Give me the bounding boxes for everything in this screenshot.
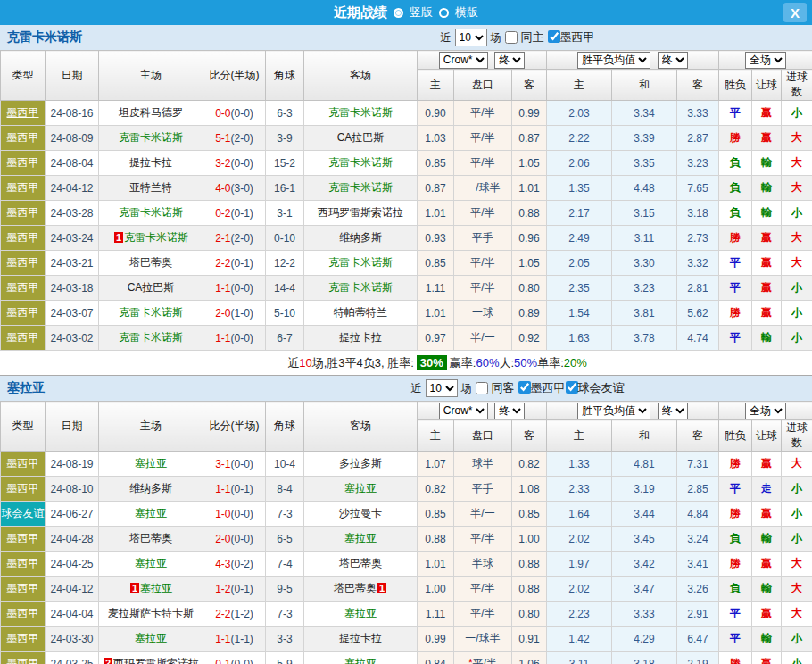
same-away-checkbox[interactable]	[476, 382, 488, 394]
odds-away: 3.24	[677, 527, 719, 552]
europe-final-select[interactable]: 终	[658, 403, 688, 419]
summary-part: 大:	[499, 355, 514, 371]
odds-final-select[interactable]: 终	[494, 403, 525, 419]
col-eur-draw: 和	[612, 420, 677, 452]
corner-cell: 7-3	[266, 502, 304, 527]
europe-group-header: 胜平负均值 终	[547, 51, 719, 70]
league-cell[interactable]: 墨西甲	[1, 477, 46, 502]
home-team-cell: 维纳多斯	[99, 477, 203, 502]
col-date: 日期	[46, 402, 99, 452]
score-cell: 1-1(0-1)	[203, 477, 266, 502]
close-icon[interactable]: X	[783, 3, 807, 22]
date-cell: 24-08-04	[46, 151, 99, 176]
handicap-away-odds: 0.99	[512, 101, 547, 126]
date-cell: 24-08-10	[46, 477, 99, 502]
match-count-select-2[interactable]: 10	[426, 379, 458, 397]
league-cell[interactable]: 墨西甲	[1, 552, 46, 577]
league-cell[interactable]: 墨西甲	[1, 577, 46, 602]
result-goals: 大	[782, 126, 812, 151]
result-handicap: 輸	[752, 201, 782, 226]
summary-part: 20%	[564, 356, 587, 369]
league-filter-label[interactable]: 墨西甲	[531, 381, 566, 394]
league-cell[interactable]: 墨西甲	[1, 276, 46, 301]
odds-home: 2.05	[547, 251, 612, 276]
same-home-label[interactable]: 同主	[521, 29, 544, 46]
handicap-line: 一球	[454, 301, 512, 326]
away-team-table: 类型 日期 主场 比分(半场) 角球 客场 Crow* 终 胜平负均值 终 全场…	[0, 401, 812, 664]
result-outcome: 負	[719, 201, 752, 226]
result-outcome: 負	[719, 577, 752, 602]
date-cell: 24-04-25	[46, 552, 99, 577]
corner-cell: 9-5	[266, 577, 304, 602]
handicap-home-odds: 1.01	[418, 552, 454, 577]
league-cell[interactable]: 球会友谊	[1, 502, 46, 527]
handicap-home-odds: 0.85	[418, 502, 454, 527]
result-handicap: 贏	[752, 276, 782, 301]
odds-away: 3.23	[677, 151, 719, 176]
odds-provider-select[interactable]: Crow*	[439, 52, 488, 69]
odds-draw: 3.34	[612, 101, 677, 126]
odds-draw: 3.47	[612, 577, 677, 602]
handicap-away-odds: 0.96	[512, 226, 547, 251]
result-handicap: 輸	[752, 527, 782, 552]
handicap-home-odds: 1.00	[418, 577, 454, 602]
league-cell[interactable]: 墨西甲	[1, 176, 46, 201]
same-away-label[interactable]: 同客	[492, 380, 515, 396]
score-cell: 2-2(1-2)	[203, 602, 266, 627]
league-cell[interactable]: 墨西甲	[1, 602, 46, 627]
layout-radio-vertical-label[interactable]: 竖版	[410, 4, 433, 21]
score-cell: 1-0(0-0)	[203, 502, 266, 527]
league-cell[interactable]: 墨西甲	[1, 126, 46, 151]
league-filter-label[interactable]: 墨西甲	[560, 30, 595, 44]
away-team-title: 塞拉亚	[7, 380, 45, 396]
handicap-home-odds: 0.88	[418, 527, 454, 552]
europe-final-select[interactable]: 终	[658, 52, 688, 69]
col-home: 主场	[99, 51, 203, 101]
result-handicap: 輸	[752, 627, 782, 652]
league-cell[interactable]: 墨西甲	[1, 627, 46, 652]
league-filter-label[interactable]: 球会友谊	[578, 381, 625, 394]
league-cell[interactable]: 墨西甲	[1, 251, 46, 276]
result-scope-select[interactable]: 全场	[745, 403, 786, 419]
league-cell[interactable]: 墨西甲	[1, 326, 46, 351]
date-cell: 24-08-19	[46, 452, 99, 477]
result-handicap: 輸	[752, 176, 782, 201]
league-cell[interactable]: 墨西甲	[1, 151, 46, 176]
odds-home: 2.02	[547, 577, 612, 602]
result-scope-select[interactable]: 全场	[745, 52, 786, 69]
league-cell[interactable]: 墨西甲	[1, 201, 46, 226]
europe-provider-select[interactable]: 胜平负均值	[577, 403, 650, 419]
handicap-group-header: Crow* 终	[418, 51, 547, 70]
layout-radio-horizontal-label[interactable]: 横版	[455, 4, 478, 21]
league-cell[interactable]: 墨西甲	[1, 301, 46, 326]
same-home-checkbox[interactable]	[505, 31, 518, 44]
near-label: 近	[441, 30, 452, 46]
league-cell[interactable]: 墨西甲	[1, 652, 46, 664]
league-cell[interactable]: 墨西甲	[1, 527, 46, 552]
result-outcome: 負	[719, 151, 752, 176]
league-cell[interactable]: 墨西甲	[1, 452, 46, 477]
league-filter-checkbox[interactable]	[566, 381, 578, 394]
corner-cell: 12-2	[266, 251, 304, 276]
section-header-away-team: 塞拉亚 近 10 场 同客 墨西甲球会友谊	[0, 376, 812, 401]
score-cell: 1-1(0-0)	[203, 326, 266, 351]
odds-final-select[interactable]: 终	[494, 52, 525, 69]
league-cell[interactable]: 墨西甲	[1, 226, 46, 251]
league-cell[interactable]: 墨西甲	[1, 101, 46, 126]
odds-draw: 3.44	[612, 502, 677, 527]
home-team-cell: 塞拉亚	[99, 502, 203, 527]
score-cell: 0-2(0-1)	[203, 201, 266, 226]
odds-provider-select[interactable]: Crow*	[439, 403, 488, 419]
corner-cell: 3-9	[266, 126, 304, 151]
league-filter-checkbox[interactable]	[548, 30, 560, 43]
layout-radio-horizontal[interactable]	[439, 8, 449, 18]
odds-away: 2.85	[677, 477, 719, 502]
layout-radio-vertical[interactable]	[394, 8, 403, 18]
europe-provider-select[interactable]: 胜平负均值	[577, 52, 650, 69]
odds-draw: 3.23	[612, 276, 677, 301]
corner-cell: 14-4	[266, 276, 304, 301]
result-handicap: 贏	[752, 552, 782, 577]
league-filter-checkbox[interactable]	[518, 381, 531, 394]
result-outcome: 勝	[719, 502, 752, 527]
match-count-select-1[interactable]: 10	[455, 29, 487, 46]
